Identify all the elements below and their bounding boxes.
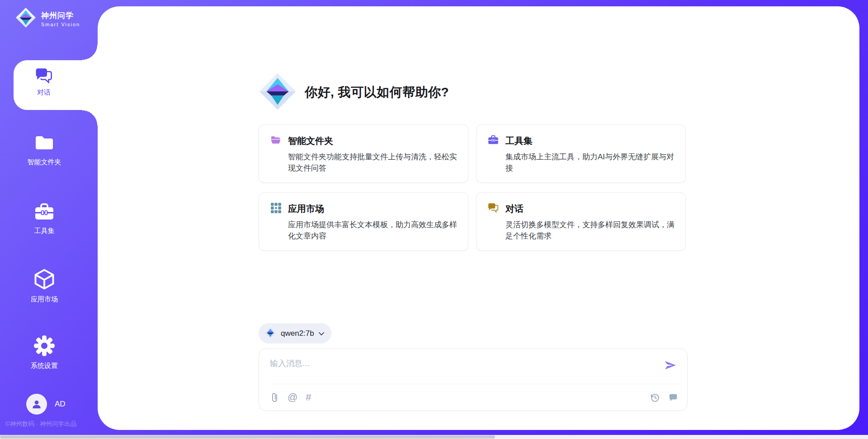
greeting-row: 你好, 我可以如何帮助你? — [259, 72, 449, 112]
toolbox-icon — [33, 216, 55, 224]
history-icon[interactable] — [650, 392, 660, 403]
feature-cards: 智能文件夹 智能文件夹功能支持批量文件上传与清洗，轻松实现文件问答 — [259, 124, 688, 251]
tab-fillet-top — [82, 45, 98, 60]
mention-icon[interactable]: @ — [288, 392, 297, 402]
sidebar-footer: ©神州数码 · 神州问学出品 — [5, 420, 76, 428]
grid-icon — [270, 202, 282, 215]
folder-icon — [33, 148, 55, 155]
avatar — [26, 394, 47, 415]
card-desc: 灵活切换多模型文件，支持多样回复效果调试，满足个性化需求 — [505, 219, 675, 242]
toolbox-icon — [487, 134, 499, 148]
message-input[interactable] — [270, 356, 650, 371]
sidebar-item-app-market[interactable]: 应用市场 — [0, 267, 89, 304]
model-name: qwen2:7b — [281, 329, 314, 338]
model-selector[interactable]: qwen2:7b — [259, 323, 331, 344]
chat-icon — [487, 202, 499, 215]
horizontal-scrollbar-thumb[interactable] — [0, 435, 495, 439]
card-desc: 智能文件夹功能支持批量文件上传与清洗，轻松实现文件问答 — [288, 151, 457, 174]
card-title: 工具集 — [505, 135, 533, 147]
chat-bubble-icon[interactable] — [668, 392, 678, 402]
composer: @ # — [259, 348, 688, 411]
hash-icon[interactable]: # — [306, 392, 311, 402]
attachment-icon[interactable] — [270, 392, 279, 403]
sidebar-item-settings[interactable]: 系统设置 — [0, 334, 89, 370]
chat-icon — [34, 79, 53, 86]
card-desc: 应用市场提供丰富长文本模板，助力高效生成多样化文章内容 — [288, 219, 457, 242]
main-panel: 你好, 我可以如何帮助你? 智能文件夹 智能文件夹功能支持批量文件上传与清洗，轻… — [98, 6, 859, 430]
card-title: 对话 — [505, 203, 524, 215]
user-initials: AD — [55, 400, 66, 409]
sidebar-item-toolset[interactable]: 工具集 — [0, 201, 89, 235]
sidebar-item-label: 系统设置 — [0, 362, 89, 370]
cube-icon — [33, 285, 56, 292]
sidebar: 神州问学 Smart Vision 对话 智能文件夹 — [0, 0, 98, 439]
card-title: 应用市场 — [288, 203, 324, 215]
folder-open-icon — [270, 134, 282, 148]
card-title: 智能文件夹 — [288, 135, 333, 147]
user-profile[interactable]: AD — [26, 394, 66, 415]
sidebar-item-chat[interactable]: 对话 — [14, 60, 98, 110]
sidebar-item-label: 工具集 — [0, 227, 89, 235]
card-toolset[interactable]: 工具集 集成市场上主流工具，助力AI与外界无缝扩展与对接 — [476, 124, 686, 183]
composer-toolbar: @ # — [270, 384, 678, 410]
model-diamond-icon — [264, 327, 276, 340]
card-desc: 集成市场上主流工具，助力AI与外界无缝扩展与对接 — [505, 151, 675, 174]
card-app-market[interactable]: 应用市场 应用市场提供丰富长文本模板，助力高效生成多样化文章内容 — [259, 192, 468, 251]
brand-diamond-icon — [15, 7, 36, 30]
horizontal-scrollbar — [0, 435, 868, 439]
chevron-down-icon — [319, 329, 324, 338]
send-icon[interactable] — [663, 358, 678, 373]
brand-subtitle: Smart Vision — [41, 22, 80, 27]
main-content: 你好, 我可以如何帮助你? 智能文件夹 智能文件夹功能支持批量文件上传与清洗，轻… — [259, 6, 688, 430]
brand: 神州问学 Smart Vision — [15, 7, 80, 30]
sidebar-item-label: 应用市场 — [0, 295, 89, 304]
sidebar-item-label: 对话 — [14, 88, 74, 97]
gear-icon — [33, 351, 56, 359]
sidebar-item-smart-folder[interactable]: 智能文件夹 — [0, 132, 89, 167]
brand-name: 神州问学 — [41, 10, 80, 21]
tab-fillet-bottom — [82, 110, 98, 125]
card-smart-folder[interactable]: 智能文件夹 智能文件夹功能支持批量文件上传与清洗，轻松实现文件问答 — [259, 124, 468, 183]
sidebar-item-label: 智能文件夹 — [0, 158, 89, 167]
greeting-title: 你好, 我可以如何帮助你? — [305, 84, 449, 101]
brand-diamond-icon — [259, 72, 297, 112]
card-chat[interactable]: 对话 灵活切换多模型文件，支持多样回复效果调试，满足个性化需求 — [476, 192, 686, 251]
